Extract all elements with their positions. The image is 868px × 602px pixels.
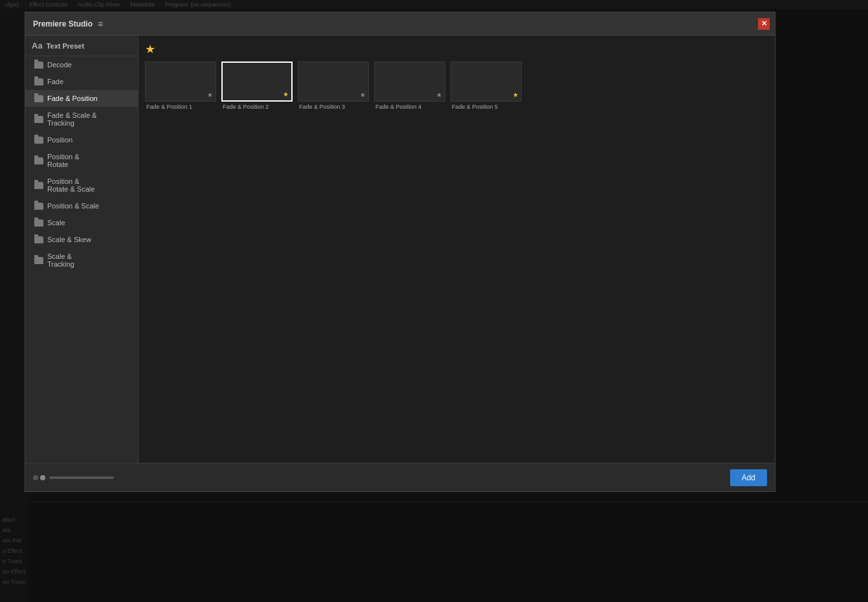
folder-icon bbox=[34, 257, 43, 264]
sidebar-header-label: Text Preset bbox=[47, 42, 85, 50]
dialog-body: Aa Text Preset Decode Fade Fade & Positi… bbox=[25, 36, 775, 463]
sidebar-item-fade-scale-tracking[interactable]: Fade & Scale &Tracking bbox=[25, 107, 138, 131]
preset-item-4[interactable]: ★ Fade & Position 4 bbox=[374, 61, 445, 110]
add-button[interactable]: Add bbox=[730, 469, 767, 486]
sidebar-item-label-scale-skew: Scale & Skew bbox=[47, 236, 91, 243]
preset-item-5[interactable]: ★ Fade & Position 5 bbox=[451, 61, 522, 110]
preset-star-2[interactable]: ★ bbox=[283, 91, 289, 98]
preset-label-1: Fade & Position 1 bbox=[145, 102, 216, 110]
folder-icon bbox=[34, 78, 43, 85]
close-icon: ✕ bbox=[761, 19, 767, 28]
favorites-row: ★ bbox=[145, 42, 768, 56]
folder-icon bbox=[34, 236, 43, 243]
sidebar-header: Aa Text Preset bbox=[25, 36, 138, 56]
sidebar-item-label-position-scale: Position & Scale bbox=[47, 202, 99, 210]
preset-item-2[interactable]: ★ Fade & Position 2 bbox=[221, 61, 293, 110]
preset-star-1[interactable]: ★ bbox=[207, 91, 213, 98]
text-preset-icon: Aa bbox=[32, 41, 43, 50]
preset-item-3[interactable]: ★ Fade & Position 3 bbox=[298, 61, 369, 110]
dialog: Premiere Studio ≡ ✕ Aa Text Preset Decod… bbox=[25, 12, 775, 492]
preset-thumbnail-4: ★ bbox=[374, 61, 445, 102]
folder-icon bbox=[34, 137, 43, 144]
folder-icon bbox=[34, 157, 43, 164]
sidebar-item-scale-tracking[interactable]: Scale &Tracking bbox=[25, 248, 138, 273]
sidebar-item-label-scale-tracking: Scale &Tracking bbox=[47, 252, 74, 268]
sidebar-item-position-rotate[interactable]: Position &Rotate bbox=[25, 148, 138, 173]
preset-thumbnail-5: ★ bbox=[451, 61, 522, 102]
preset-star-3[interactable]: ★ bbox=[360, 91, 366, 98]
folder-icon bbox=[34, 116, 43, 123]
sidebar-item-label-position: Position bbox=[47, 136, 72, 144]
favorites-star-icon[interactable]: ★ bbox=[145, 43, 155, 56]
folder-icon bbox=[34, 95, 43, 102]
sidebar-item-fade-position[interactable]: Fade & Position bbox=[25, 90, 138, 107]
preset-label-2: Fade & Position 2 bbox=[221, 102, 293, 110]
footer-dot-2 bbox=[40, 475, 45, 480]
footer-dot-1 bbox=[33, 475, 38, 480]
sidebar-item-label-position-rotate: Position &Rotate bbox=[47, 153, 80, 168]
folder-icon bbox=[34, 61, 43, 69]
sidebar-item-label-decode: Decode bbox=[47, 61, 72, 69]
sidebar: Aa Text Preset Decode Fade Fade & Positi… bbox=[25, 36, 139, 463]
sidebar-item-scale-skew[interactable]: Scale & Skew bbox=[25, 231, 138, 248]
sidebar-item-scale[interactable]: Scale bbox=[25, 214, 138, 231]
folder-icon bbox=[34, 182, 43, 189]
preset-label-5: Fade & Position 5 bbox=[451, 102, 522, 110]
preset-label-4: Fade & Position 4 bbox=[374, 102, 445, 110]
preset-thumbnail-2: ★ bbox=[221, 61, 293, 102]
sidebar-item-label-scale: Scale bbox=[47, 219, 65, 227]
sidebar-item-label-fade-scale-tracking: Fade & Scale &Tracking bbox=[47, 111, 96, 127]
footer-left bbox=[33, 475, 114, 480]
dialog-footer: Add bbox=[25, 463, 775, 491]
folder-icon bbox=[34, 219, 43, 227]
dialog-menu-icon[interactable]: ≡ bbox=[98, 19, 103, 29]
footer-progress-bar bbox=[49, 476, 114, 479]
folder-icon bbox=[34, 203, 43, 210]
sidebar-item-position[interactable]: Position bbox=[25, 131, 138, 148]
dialog-close-button[interactable]: ✕ bbox=[758, 18, 770, 30]
preset-star-4[interactable]: ★ bbox=[436, 91, 442, 98]
footer-dots bbox=[33, 475, 45, 480]
sidebar-item-label-position-rotate-scale: Position &Rotate & Scale bbox=[47, 177, 95, 193]
sidebar-item-decode[interactable]: Decode bbox=[25, 56, 138, 73]
main-content: ★ ★ Fade & Position 1 ★ Fade & Position … bbox=[139, 36, 775, 463]
sidebar-item-label-fade: Fade bbox=[47, 78, 63, 85]
sidebar-item-position-scale[interactable]: Position & Scale bbox=[25, 197, 138, 214]
sidebar-item-label-fade-position: Fade & Position bbox=[47, 95, 98, 102]
preset-thumbnail-3: ★ bbox=[298, 61, 369, 102]
sidebar-item-fade[interactable]: Fade bbox=[25, 73, 138, 90]
preset-star-5[interactable]: ★ bbox=[513, 91, 518, 98]
sidebar-item-position-rotate-scale[interactable]: Position &Rotate & Scale bbox=[25, 173, 138, 197]
preset-item-1[interactable]: ★ Fade & Position 1 bbox=[145, 61, 216, 110]
dialog-title: Premiere Studio ≡ bbox=[33, 19, 103, 29]
dialog-titlebar: Premiere Studio ≡ ✕ bbox=[25, 12, 775, 36]
dialog-title-text: Premiere Studio bbox=[33, 19, 93, 28]
preset-grid: ★ Fade & Position 1 ★ Fade & Position 2 … bbox=[145, 61, 768, 110]
preset-label-3: Fade & Position 3 bbox=[298, 102, 369, 110]
preset-thumbnail-1: ★ bbox=[145, 61, 216, 102]
